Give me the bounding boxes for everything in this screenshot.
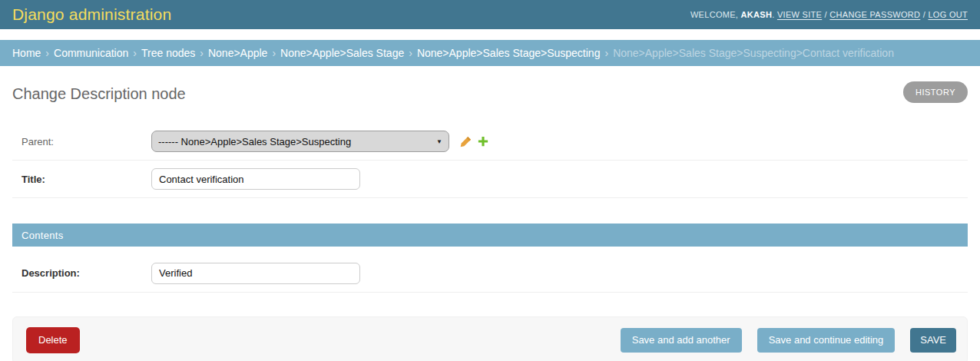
parent-label: Parent: — [22, 136, 151, 147]
breadcrumb-home[interactable]: Home — [12, 47, 41, 59]
contents-module: Contents Description: — [12, 224, 968, 293]
welcome-suffix: . — [772, 10, 777, 19]
breadcrumb-separator: › — [409, 47, 412, 59]
breadcrumb-sales-stage[interactable]: None>Apple>Sales Stage — [280, 47, 404, 59]
plus-icon — [478, 136, 488, 147]
delete-button[interactable]: Delete — [26, 327, 80, 353]
branding-link[interactable]: Django administration — [12, 5, 171, 24]
form-row-description: Description: — [12, 255, 968, 293]
history-button[interactable]: HISTORY — [903, 81, 968, 103]
app-header: Django administration WELCOME, AKASH. VI… — [0, 0, 980, 29]
form-row-title: Title: — [12, 161, 968, 198]
breadcrumb-suspecting[interactable]: None>Apple>Sales Stage>Suspecting — [417, 47, 601, 59]
edit-parent-button[interactable] — [460, 135, 472, 147]
save-and-add-another-button[interactable]: Save and add another — [621, 328, 742, 353]
breadcrumb-separator: › — [45, 47, 49, 59]
username: AKASH — [741, 10, 773, 19]
parent-select[interactable]: ------ None>Apple>Sales Stage>Suspecting — [151, 131, 449, 152]
page-title: Change Description node — [12, 84, 186, 103]
breadcrumb-separator: › — [200, 47, 204, 59]
change-form: Parent: ------ None>Apple>Sales Stage>Su… — [12, 123, 968, 361]
content-area: Change Description node HISTORY Parent: … — [0, 81, 980, 361]
title-input[interactable] — [151, 168, 360, 190]
pencil-icon — [460, 136, 472, 147]
change-password-link[interactable]: CHANGE PASSWORD — [829, 10, 920, 19]
form-row-parent: Parent: ------ None>Apple>Sales Stage>Su… — [12, 123, 968, 161]
user-tools-separator: / — [920, 10, 928, 19]
parent-select-wrap: ------ None>Apple>Sales Stage>Suspecting… — [151, 131, 449, 152]
breadcrumb-communication[interactable]: Communication — [54, 47, 128, 59]
save-button[interactable]: SAVE — [910, 328, 956, 353]
welcome-text: WELCOME, — [690, 10, 741, 19]
breadcrumb-none-apple[interactable]: None>Apple — [208, 47, 267, 59]
add-parent-button[interactable] — [478, 135, 488, 147]
breadcrumb: Home › Communication › Tree nodes › None… — [0, 40, 980, 66]
description-label: Description: — [22, 267, 151, 279]
breadcrumb-current: None>Apple>Sales Stage>Suspecting>Contac… — [613, 47, 894, 59]
title-label: Title: — [22, 174, 151, 185]
view-site-link[interactable]: VIEW SITE — [777, 10, 822, 19]
description-input[interactable] — [151, 263, 360, 284]
breadcrumb-separator: › — [604, 47, 608, 59]
breadcrumb-separator: › — [272, 47, 276, 59]
submit-row: Delete Save and add another Save and con… — [12, 316, 968, 361]
breadcrumb-separator: › — [133, 47, 137, 59]
save-button-group: Save and add another Save and continue e… — [621, 328, 956, 353]
save-and-continue-editing-button[interactable]: Save and continue editing — [757, 328, 896, 353]
user-tools: WELCOME, AKASH. VIEW SITE / CHANGE PASSW… — [690, 10, 968, 19]
contents-section-header: Contents — [12, 224, 968, 247]
user-tools-separator: / — [822, 10, 829, 19]
breadcrumb-tree-nodes[interactable]: Tree nodes — [141, 47, 195, 59]
page-title-row: Change Description node HISTORY — [12, 81, 968, 103]
log-out-link[interactable]: LOG OUT — [928, 10, 968, 19]
